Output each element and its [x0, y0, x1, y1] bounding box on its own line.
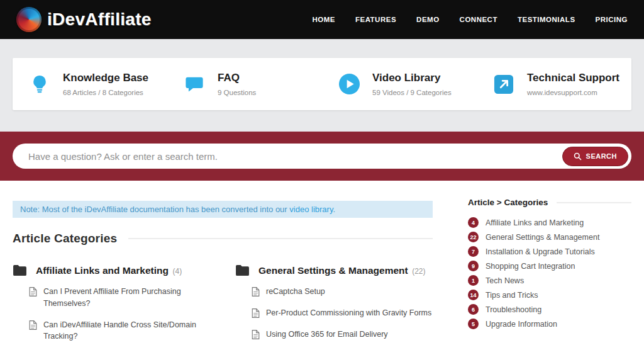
quicklink-knowledge-base[interactable]: Knowledge Base 68 Articles / 8 Categorie… [13, 68, 167, 100]
sidebar-category-list: 4 Affiliate Links and Marketing 22 Gener… [468, 217, 631, 329]
document-icon [29, 286, 37, 297]
quicklink-subtitle: 9 Questions [218, 89, 256, 96]
count-badge: 6 [468, 304, 479, 315]
count-badge: 22 [468, 232, 479, 242]
article-link[interactable]: reCaptcha Setup [252, 286, 433, 298]
category-general-settings: General Settings & Management (22) reCap… [235, 264, 433, 350]
lightbulb-icon [26, 74, 53, 94]
quicklink-technical-support[interactable]: Technical Support www.idevsupport.com [477, 68, 631, 100]
quicklinks-band: Knowledge Base 68 Articles / 8 Categorie… [0, 39, 644, 132]
sidebar-item-label: General Settings & Management [486, 233, 599, 242]
sidebar-item-label: Installation & Upgrade Tutorials [486, 247, 595, 256]
document-icon [29, 320, 37, 330]
search-bar: SEARCH [13, 144, 631, 169]
logo-icon [16, 7, 42, 32]
article-link[interactable]: Can iDevAffiliate Handle Cross Site/Doma… [29, 319, 210, 343]
article-link[interactable]: Using Office 365 for Email Delivery [252, 329, 433, 341]
article-title: Using Office 365 for Email Delivery [266, 329, 388, 341]
divider [557, 202, 631, 203]
sidebar-item-tips-tricks[interactable]: 14 Tips and Tricks [468, 290, 631, 300]
sidebar-item-label: Tech News [486, 276, 524, 285]
sidebar-item-label: Troubleshooting [486, 305, 541, 314]
note-text: Note: Most of the iDevAffiliate document… [20, 205, 289, 214]
header: iDevAffiliate HOME FEATURES DEMO CONNECT… [0, 0, 644, 39]
article-title: Per-Product Commissioning with Gravity F… [266, 307, 431, 319]
article-title: Can iDevAffiliate Handle Cross Site/Doma… [43, 319, 210, 343]
category-header[interactable]: Affiliate Links and Marketing (4) [13, 264, 210, 276]
sidebar-item-upgrade-information[interactable]: 5 Upgrade Information [468, 319, 631, 329]
articles-column: Note: Most of the iDevAffiliate document… [13, 181, 433, 350]
logo-text: iDevAffiliate [47, 9, 152, 30]
nav-item-testimonials[interactable]: TESTIMONIALS [518, 16, 575, 23]
sidebar-title-row: Article > Categories [468, 198, 631, 207]
quicklink-subtitle: www.idevsupport.com [527, 89, 619, 96]
quicklink-faq[interactable]: FAQ 9 Questions [167, 68, 322, 100]
sidebar-item-shopping-cart[interactable]: 9 Shopping Cart Integration [468, 261, 631, 271]
logo[interactable]: iDevAffiliate [16, 7, 152, 32]
sidebar-item-troubleshooting[interactable]: 6 Troubleshooting [468, 304, 631, 315]
nav-item-features[interactable]: FEATURES [355, 16, 396, 23]
nav-item-connect[interactable]: CONNECT [460, 16, 497, 23]
folder-icon [235, 264, 250, 276]
speech-bubble-icon [181, 74, 208, 94]
sidebar-item-affiliate-links[interactable]: 4 Affiliate Links and Marketing [468, 217, 631, 228]
quicklinks-card: Knowledge Base 68 Articles / 8 Categorie… [13, 58, 631, 110]
quicklink-video-library[interactable]: Video Library 59 Videos / 9 Categories [322, 68, 477, 100]
sidebar-item-installation-upgrade[interactable]: 7 Installation & Upgrade Tutorials [468, 246, 631, 257]
article-link[interactable]: Per-Product Commissioning with Gravity F… [252, 307, 433, 319]
quicklink-text: Technical Support www.idevsupport.com [527, 72, 619, 96]
category-grid: Affiliate Links and Marketing (4) Can I … [13, 264, 433, 350]
sidebar-title: Article > Categories [468, 198, 548, 207]
document-icon [252, 329, 260, 340]
quicklink-subtitle: 59 Videos / 9 Categories [372, 89, 452, 96]
category-count: (4) [172, 267, 182, 276]
quicklink-subtitle: 68 Articles / 8 Categories [63, 89, 148, 96]
sidebar: Article > Categories 4 Affiliate Links a… [468, 181, 631, 350]
quicklink-title: Knowledge Base [63, 72, 148, 84]
article-title: reCaptcha Setup [266, 286, 325, 298]
count-badge: 1 [468, 275, 479, 286]
divider [128, 238, 433, 239]
external-link-icon [491, 74, 517, 94]
quicklink-title: Technical Support [527, 72, 619, 84]
quicklink-text: FAQ 9 Questions [218, 72, 256, 96]
search-button-label: SEARCH [586, 152, 617, 160]
count-badge: 4 [468, 217, 479, 228]
document-icon [252, 286, 260, 297]
article-link[interactable]: Can I Prevent Affiliate From Purchasing … [29, 286, 210, 310]
sidebar-item-label: Affiliate Links and Marketing [486, 218, 584, 227]
nav-item-pricing[interactable]: PRICING [596, 16, 628, 23]
count-badge: 7 [468, 246, 479, 257]
main-content: Note: Most of the iDevAffiliate document… [0, 181, 644, 350]
play-circle-icon [336, 73, 362, 95]
category-name: Affiliate Links and Marketing [36, 265, 169, 276]
category-count: (22) [412, 267, 425, 276]
video-library-link[interactable]: video library [289, 205, 333, 214]
sidebar-item-label: Upgrade Information [486, 320, 557, 329]
sidebar-item-label: Tips and Tricks [486, 291, 538, 300]
page-title: Article Categories [13, 232, 117, 246]
sidebar-item-label: Shopping Cart Integration [486, 262, 575, 271]
article-title: Can I Prevent Affiliate From Purchasing … [43, 286, 210, 310]
nav-item-demo[interactable]: DEMO [416, 16, 440, 23]
nav-item-home[interactable]: HOME [312, 16, 335, 23]
page-title-row: Article Categories [13, 232, 433, 246]
count-badge: 5 [468, 319, 479, 329]
note-text-suffix: . [333, 205, 335, 214]
search-icon [574, 152, 582, 161]
folder-icon [13, 264, 27, 276]
search-band: SEARCH [0, 132, 644, 181]
quicklink-title: Video Library [372, 72, 452, 84]
search-input[interactable] [28, 151, 562, 162]
search-button[interactable]: SEARCH [562, 147, 628, 166]
sidebar-item-tech-news[interactable]: 1 Tech News [468, 275, 631, 286]
quicklink-text: Knowledge Base 68 Articles / 8 Categorie… [63, 72, 148, 96]
sidebar-item-general-settings[interactable]: 22 General Settings & Management [468, 232, 631, 242]
main-nav: HOME FEATURES DEMO CONNECT TESTIMONIALS … [312, 16, 628, 23]
note-banner: Note: Most of the iDevAffiliate document… [13, 201, 433, 218]
quicklink-title: FAQ [218, 72, 256, 84]
count-badge: 9 [468, 261, 479, 271]
document-icon [252, 308, 260, 319]
count-badge: 14 [468, 290, 479, 300]
category-header[interactable]: General Settings & Management (22) [235, 264, 433, 276]
